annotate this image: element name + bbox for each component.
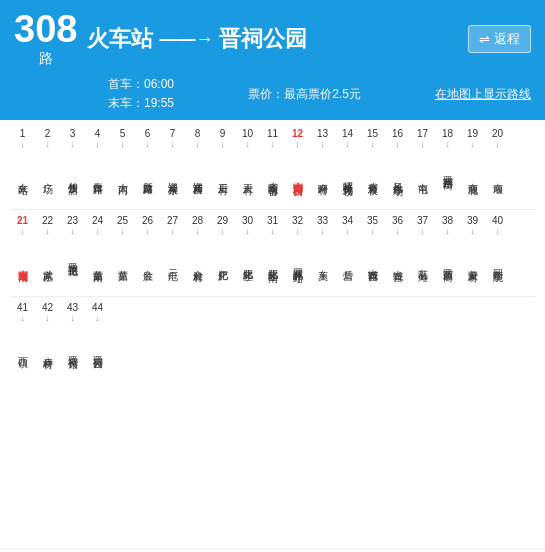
map-link[interactable]: 在地图上显示路线 bbox=[435, 86, 531, 103]
stop-direction-icon: ↓ bbox=[220, 140, 225, 149]
stop-item[interactable]: 31↓化肥小区南 bbox=[260, 213, 285, 292]
stop-direction-icon: ↓ bbox=[320, 227, 325, 236]
stop-item[interactable]: 32↓罗城北环呼站 bbox=[285, 213, 310, 292]
stop-direction-icon: ↓ bbox=[45, 140, 50, 149]
stop-item[interactable]: 23↓晋祠路化工… bbox=[60, 213, 85, 292]
last-bus-text: 末车：19:55 bbox=[108, 95, 174, 112]
stop-item[interactable]: 42↓赤桥村 bbox=[35, 300, 60, 379]
stop-name: 园艺学院 bbox=[492, 236, 503, 290]
stop-row-2: 21↓南堰南22↓武家庄23↓晋祠路化工…24↓董茹南25↓董茹26↓金胜27↓… bbox=[10, 213, 535, 292]
stop-direction-icon: ↓ bbox=[70, 227, 75, 236]
return-icon: ⇌ bbox=[479, 32, 490, 47]
stop-item[interactable]: 26↓金胜 bbox=[135, 213, 160, 292]
stop-direction-icon: ↓ bbox=[45, 314, 50, 323]
stop-name: 金胜村 bbox=[192, 236, 203, 290]
stop-direction-icon: ↓ bbox=[170, 140, 175, 149]
stop-item[interactable]: 37↓乱石滩 bbox=[410, 213, 435, 292]
stop-name: 南内环桥西 bbox=[292, 149, 303, 203]
stop-item[interactable]: 29↓化肥厂 bbox=[210, 213, 235, 292]
stop-name: 火车站 bbox=[17, 149, 28, 203]
route-number-box: 308 路 bbox=[14, 10, 77, 68]
stop-direction-icon: ↓ bbox=[470, 227, 475, 236]
stop-direction-icon: ↓ bbox=[195, 140, 200, 149]
stop-direction-icon: ↓ bbox=[345, 140, 350, 149]
stop-name: 东关 bbox=[317, 236, 328, 290]
return-label: 返程 bbox=[494, 30, 520, 48]
stop-direction-icon: ↓ bbox=[370, 227, 375, 236]
header-section: 308 路 火车站 ——→ 晋祠公园 ⇌ 返程 首车：06:00 末车：19:5… bbox=[0, 0, 545, 120]
stop-direction-icon: ↓ bbox=[70, 314, 75, 323]
stop-name: 南堰南 bbox=[17, 236, 28, 290]
stop-direction-icon: ↓ bbox=[20, 140, 25, 149]
stop-direction-icon: ↓ bbox=[145, 227, 150, 236]
stop-item[interactable]: 13↓南呼村 bbox=[310, 126, 335, 205]
stop-item[interactable]: 34↓后营 bbox=[335, 213, 360, 292]
stop-name: 晋祠宾馆 bbox=[67, 323, 78, 377]
stop-direction-icon: ↓ bbox=[420, 227, 425, 236]
stop-item[interactable]: 1↓火车站 bbox=[10, 126, 35, 205]
stop-item[interactable]: 44↓晋祠公园 bbox=[85, 300, 110, 379]
stop-direction-icon: ↓ bbox=[245, 227, 250, 236]
stop-name: 后王村 bbox=[217, 149, 228, 203]
stop-name: 董茹 bbox=[117, 236, 128, 290]
stop-direction-icon: ↓ bbox=[420, 140, 425, 149]
stop-item[interactable]: 3↓并州饭店 bbox=[60, 126, 85, 205]
stop-name: 罗城北环呼站 bbox=[292, 236, 303, 290]
stop-item[interactable]: 7↓迎泽桥东 bbox=[160, 126, 185, 205]
stop-item[interactable]: 5↓大南门 bbox=[110, 126, 135, 205]
stop-direction-icon: ↓ bbox=[470, 140, 475, 149]
stop-item[interactable]: 30↓化肥小区 bbox=[235, 213, 260, 292]
stop-item[interactable]: 11↓省高院宿舍 bbox=[260, 126, 285, 205]
stop-item[interactable]: 22↓武家庄 bbox=[35, 213, 60, 292]
stop-item[interactable]: 18↓晋祠路西街… bbox=[435, 126, 460, 205]
stop-direction-icon: ↓ bbox=[320, 140, 325, 149]
stop-name: 古城营西 bbox=[367, 236, 378, 290]
stop-item[interactable]: 21↓南堰南 bbox=[10, 213, 35, 292]
stop-item[interactable]: 24↓董茹南 bbox=[85, 213, 110, 292]
stop-direction-icon: ↓ bbox=[345, 227, 350, 236]
stop-item[interactable]: 40↓园艺学院 bbox=[485, 213, 510, 292]
stop-row-3: 41↓西镇42↓赤桥村43↓晋祠宾馆44↓晋祠公园 bbox=[10, 300, 535, 379]
stop-item[interactable]: 15↓省直警校 bbox=[360, 126, 385, 205]
stop-item[interactable]: 12↓南内环桥西 bbox=[285, 126, 310, 205]
stop-name: 董茹南 bbox=[92, 236, 103, 290]
stop-direction-icon: ↓ bbox=[145, 140, 150, 149]
stop-direction-icon: ↓ bbox=[20, 227, 25, 236]
stop-item[interactable]: 10↓大王村 bbox=[235, 126, 260, 205]
stop-item[interactable]: 38↓晋源西街 bbox=[435, 213, 460, 292]
stop-name: 新建路口 bbox=[142, 149, 153, 203]
return-button[interactable]: ⇌ 返程 bbox=[468, 25, 531, 53]
stop-item[interactable]: 36↓古城营 bbox=[385, 213, 410, 292]
stop-item[interactable]: 4↓青年路口 bbox=[85, 126, 110, 205]
stop-direction-icon: ↓ bbox=[220, 227, 225, 236]
stop-item[interactable]: 28↓金胜村 bbox=[185, 213, 210, 292]
stop-item[interactable]: 25↓董茹 bbox=[110, 213, 135, 292]
stop-direction-icon: ↓ bbox=[495, 227, 500, 236]
stop-item[interactable]: 20↓南堰 bbox=[485, 126, 510, 205]
stop-name: 二电厂 bbox=[167, 236, 178, 290]
stop-item[interactable]: 41↓西镇 bbox=[10, 300, 35, 379]
stop-item[interactable]: 19↓南堰北 bbox=[460, 126, 485, 205]
stop-item[interactable]: 35↓古城营西 bbox=[360, 213, 385, 292]
stop-direction-icon: ↓ bbox=[495, 140, 500, 149]
stop-name: 省直警校 bbox=[367, 149, 378, 203]
stop-direction-icon: ↓ bbox=[70, 140, 75, 149]
stop-name: 后营 bbox=[342, 236, 353, 290]
stop-item[interactable]: 14↓招呼机关党校 bbox=[335, 126, 360, 205]
stop-item[interactable]: 27↓二电厂 bbox=[160, 213, 185, 292]
stop-item[interactable]: 8↓迎泽桥西 bbox=[185, 126, 210, 205]
stop-item[interactable]: 2↓广场 bbox=[35, 126, 60, 205]
stop-direction-icon: ↓ bbox=[195, 227, 200, 236]
stop-item[interactable]: 43↓晋祠宾馆 bbox=[60, 300, 85, 379]
stop-item[interactable]: 9↓后王村 bbox=[210, 126, 235, 205]
stops-rows: 1↓火车站2↓广场3↓并州饭店4↓青年路口5↓大南门6↓新建路口7↓迎泽桥东8↓… bbox=[10, 126, 535, 379]
stop-item[interactable]: 17↓南屯 bbox=[410, 126, 435, 205]
collapse-bar[interactable]: 收起 ∧ bbox=[0, 548, 545, 552]
stop-direction-icon: ↓ bbox=[95, 140, 100, 149]
stop-item[interactable]: 6↓新建路口 bbox=[135, 126, 160, 205]
stop-item[interactable]: 39↓董家村 bbox=[460, 213, 485, 292]
stop-name: 晋祠公园 bbox=[92, 323, 103, 377]
stop-item[interactable]: 33↓东关 bbox=[310, 213, 335, 292]
stop-name: 金胜 bbox=[142, 236, 153, 290]
stop-item[interactable]: 16↓长风停车场 bbox=[385, 126, 410, 205]
